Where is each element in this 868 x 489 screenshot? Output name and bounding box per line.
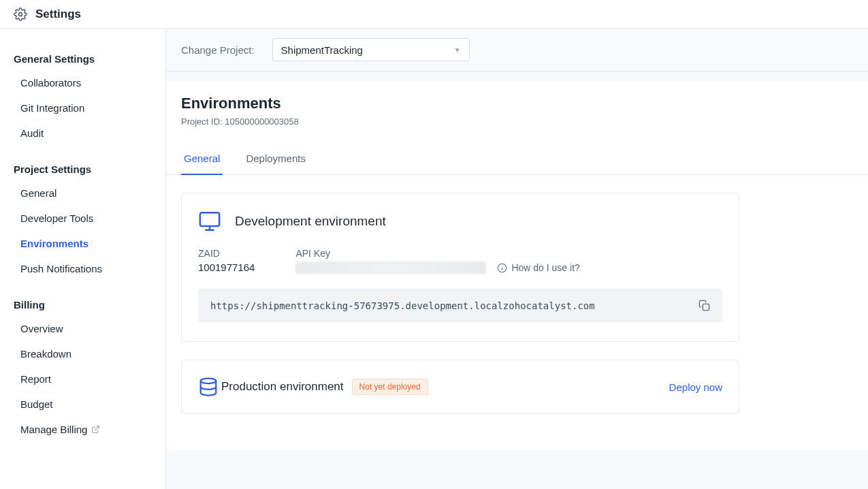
apikey-value-redacted — [295, 262, 486, 274]
sidebar-item-manage-billing[interactable]: Manage Billing — [0, 417, 165, 442]
sidebar-item-breakdown[interactable]: Breakdown — [0, 341, 165, 366]
environment-url: https://shipmenttracking-57673975.develo… — [210, 300, 595, 311]
prod-env-title: Production environment — [221, 380, 344, 394]
database-icon — [198, 377, 219, 397]
page-title: Environments — [166, 95, 868, 112]
zaid-value: 1001977164 — [198, 262, 255, 273]
sidebar-item-overview[interactable]: Overview — [0, 316, 165, 341]
sidebar-section-billing: Billing — [0, 291, 165, 316]
external-link-icon — [91, 425, 100, 434]
sidebar: General Settings Collaborators Git Integ… — [0, 29, 166, 489]
sidebar-item-developer-tools[interactable]: Developer Tools — [0, 206, 165, 231]
main-content: Change Project: ShipmentTracking ▼ Envir… — [166, 29, 868, 489]
project-select-value: ShipmentTracking — [281, 44, 363, 56]
dev-env-title: Development environment — [235, 214, 386, 229]
monitor-icon — [198, 210, 221, 233]
svg-rect-2 — [200, 212, 219, 226]
copy-icon[interactable] — [698, 300, 710, 311]
deploy-now-button[interactable]: Deploy now — [669, 381, 722, 393]
development-environment-card: Development environment ZAID 1001977164 … — [181, 193, 739, 342]
zaid-label: ZAID — [198, 248, 255, 259]
change-project-label: Change Project: — [181, 44, 255, 56]
svg-point-9 — [201, 379, 216, 384]
page-header-title: Settings — [35, 7, 81, 21]
production-environment-card: Production environment Not yet deployed … — [181, 360, 739, 414]
sidebar-item-budget[interactable]: Budget — [0, 392, 165, 417]
environment-url-box: https://shipmenttracking-57673975.develo… — [198, 289, 722, 322]
sidebar-section-general-settings: General Settings — [0, 45, 165, 70]
how-do-i-use-it-link[interactable]: How do I use it? — [497, 262, 579, 273]
sidebar-item-general[interactable]: General — [0, 180, 165, 206]
tabs: General Deployments — [166, 146, 868, 175]
sidebar-item-git-integration[interactable]: Git Integration — [0, 95, 165, 121]
apikey-label: API Key — [295, 248, 722, 259]
tab-general[interactable]: General — [181, 146, 223, 175]
gear-icon — [14, 7, 27, 21]
info-icon — [497, 263, 507, 273]
not-deployed-badge: Not yet deployed — [352, 379, 428, 395]
sidebar-item-report[interactable]: Report — [0, 366, 165, 392]
sidebar-item-environments[interactable]: Environments — [0, 231, 165, 256]
project-bar: Change Project: ShipmentTracking ▼ — [166, 29, 868, 72]
sidebar-item-collaborators[interactable]: Collaborators — [0, 70, 165, 95]
project-id: Project ID: 105000000003058 — [166, 112, 868, 127]
svg-point-0 — [19, 12, 22, 16]
sidebar-item-label: Manage Billing — [20, 424, 87, 435]
svg-line-1 — [95, 426, 99, 430]
project-select[interactable]: ShipmentTracking ▼ — [272, 38, 470, 61]
settings-header: Settings — [0, 0, 868, 29]
sidebar-item-audit[interactable]: Audit — [0, 121, 165, 146]
chevron-down-icon: ▼ — [454, 46, 461, 54]
tab-deployments[interactable]: Deployments — [243, 146, 308, 175]
sidebar-section-project-settings: Project Settings — [0, 155, 165, 180]
sidebar-item-push-notifications[interactable]: Push Notifications — [0, 256, 165, 281]
help-text: How do I use it? — [511, 262, 579, 273]
svg-rect-8 — [703, 304, 709, 310]
